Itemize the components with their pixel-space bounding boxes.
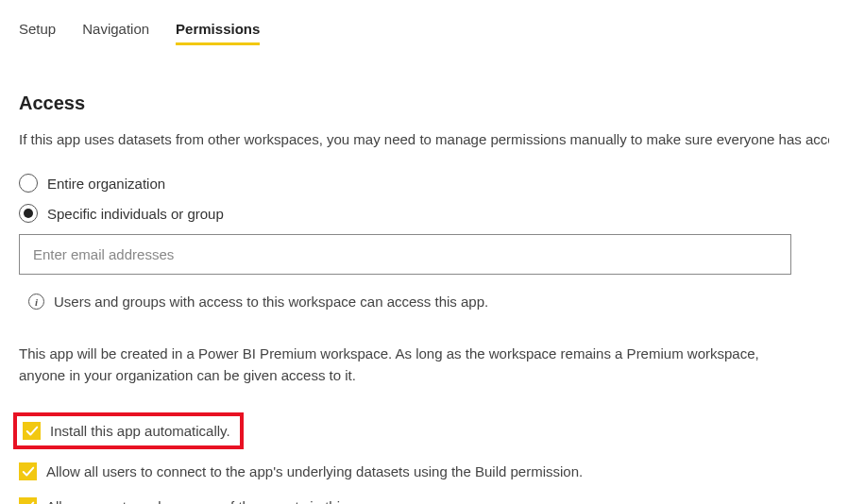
- access-description: If this app uses datasets from other wor…: [19, 131, 829, 147]
- checkbox-label: Allow all users to connect to the app's …: [46, 463, 583, 479]
- checkbox-allow-connect-datasets[interactable]: Allow all users to connect to the app's …: [19, 462, 829, 480]
- info-text: Users and groups with access to this wor…: [54, 294, 488, 310]
- tabs-bar: Setup Navigation Permissions: [19, 17, 829, 45]
- highlight-annotation: Install this app automatically.: [13, 412, 244, 449]
- checkbox-allow-copy-reports[interactable]: Allow users to make a copy of the report…: [19, 497, 829, 504]
- radio-label: Specific individuals or group: [47, 206, 224, 222]
- checkbox-label: Install this app automatically.: [50, 423, 230, 439]
- info-row: i Users and groups with access to this w…: [19, 294, 829, 310]
- checkbox-install-automatically[interactable]: Install this app automatically.: [23, 422, 230, 440]
- radio-circle-icon: [19, 174, 38, 193]
- radio-entire-organization[interactable]: Entire organization: [19, 174, 829, 193]
- checkbox-checked-icon: [23, 422, 41, 440]
- radio-circle-icon: [19, 204, 38, 223]
- radio-label: Entire organization: [47, 176, 165, 192]
- premium-workspace-note: This app will be created in a Power BI P…: [19, 344, 793, 386]
- email-addresses-input[interactable]: [19, 234, 791, 275]
- tab-navigation[interactable]: Navigation: [82, 21, 149, 45]
- info-icon: i: [28, 294, 44, 310]
- checkbox-checked-icon: [19, 462, 37, 480]
- radio-specific-individuals[interactable]: Specific individuals or group: [19, 204, 829, 223]
- checkbox-label: Allow users to make a copy of the report…: [46, 498, 379, 504]
- access-radio-group: Entire organization Specific individuals…: [19, 174, 829, 223]
- radio-dot-icon: [24, 209, 33, 218]
- checkbox-checked-icon: [19, 497, 37, 504]
- tab-setup[interactable]: Setup: [19, 21, 56, 45]
- section-title-access: Access: [19, 92, 829, 114]
- tab-permissions[interactable]: Permissions: [176, 21, 260, 45]
